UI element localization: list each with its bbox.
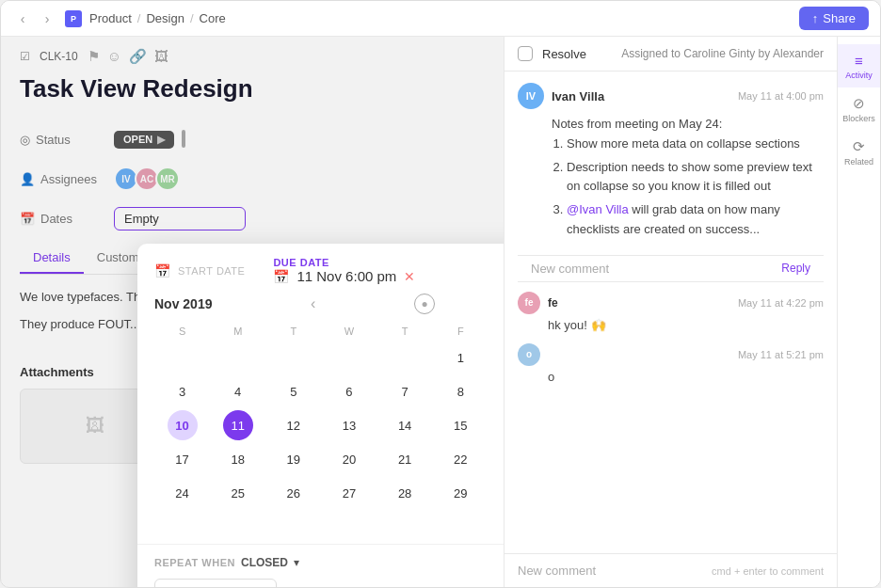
repeat-dropdown-icon: ▾ bbox=[294, 556, 299, 569]
repeat-label: REPEAT WHEN bbox=[154, 557, 235, 568]
clear-due-date-button[interactable]: ✕ bbox=[404, 269, 415, 284]
due-date-text: 11 Nov 6:00 pm bbox=[296, 268, 396, 284]
cal-day-28[interactable]: 28 bbox=[390, 478, 420, 508]
repeat-dropdown-button[interactable]: ▾ bbox=[294, 556, 299, 569]
datepicker-body: Nov 2019 ‹ ● › S M T W T F S bbox=[137, 294, 504, 544]
new-comment-label: New comment bbox=[531, 262, 609, 276]
forward-button[interactable]: › bbox=[37, 8, 57, 29]
cal-day-6[interactable]: 6 bbox=[334, 376, 364, 406]
cal-day-9[interactable]: 9 bbox=[501, 376, 504, 406]
comment-reply-bar: New comment Reply bbox=[518, 255, 824, 282]
avatar-2: fe bbox=[518, 292, 540, 314]
comment-body-3: o bbox=[518, 370, 824, 384]
repeat-freq: Everyday Every week Every month bbox=[154, 579, 504, 587]
left-panel: ☑ CLK-10 ⚑ ☺ 🔗 🖼 Task View Redesign ◎ bbox=[1, 37, 504, 587]
cal-day-24[interactable]: 24 bbox=[168, 478, 198, 508]
cal-day-5[interactable]: 5 bbox=[279, 376, 309, 406]
comment-body-2: hk you! 🙌 bbox=[518, 318, 824, 332]
datepicker-modal: 📅 START DATE DUE DATE 📅 11 Nov 6:00 pm ✕ bbox=[137, 244, 504, 587]
breadcrumb-design[interactable]: Design bbox=[146, 11, 184, 25]
reply-button[interactable]: Reply bbox=[781, 262, 810, 275]
cal-day-21[interactable]: 21 bbox=[390, 444, 420, 474]
cal-day-15[interactable]: 15 bbox=[445, 410, 475, 440]
product-icon: P bbox=[65, 10, 82, 27]
today-button[interactable]: ● bbox=[414, 294, 435, 314]
start-date-label: START DATE bbox=[178, 265, 245, 277]
cal-day-19[interactable]: 19 bbox=[279, 444, 309, 474]
main-comment: IV Ivan Villa May 11 at 4:00 pm Notes fr… bbox=[518, 83, 824, 240]
comment-time-2: May 11 at 4:22 pm bbox=[738, 297, 824, 309]
calendar-header: Nov 2019 ‹ ● › bbox=[154, 294, 504, 314]
comment-body-1: Notes from meeting on May 24: Show more … bbox=[518, 115, 824, 240]
titlebar: ‹ › P Product / Design / Core ↑ Share bbox=[1, 1, 880, 37]
sidebar-icons: ≡ Activity ⊘ Blockers ⟳ Related bbox=[837, 37, 880, 587]
cal-day-2[interactable]: 2 bbox=[501, 342, 504, 373]
frequency-select[interactable]: Everyday Every week Every month bbox=[154, 579, 277, 587]
cal-day-22[interactable]: 22 bbox=[445, 444, 475, 474]
comment-3: o May 11 at 5:21 pm o bbox=[518, 343, 824, 384]
activity-label: Activity bbox=[845, 71, 873, 80]
resolve-checkbox[interactable] bbox=[518, 46, 533, 61]
back-button[interactable]: ‹ bbox=[12, 8, 33, 29]
cal-day-17[interactable]: 17 bbox=[168, 444, 198, 474]
cal-day-20[interactable]: 20 bbox=[334, 444, 364, 474]
cal-day-31[interactable]: 31 bbox=[501, 512, 504, 542]
comment-author-1: Ivan Villa bbox=[552, 89, 604, 103]
cal-day-8[interactable]: 8 bbox=[445, 376, 475, 406]
calendar-month: Nov 2019 bbox=[154, 296, 212, 311]
cal-day-18[interactable]: 18 bbox=[223, 444, 253, 474]
cal-day-26[interactable]: 26 bbox=[279, 478, 309, 508]
prev-month-button[interactable]: ‹ bbox=[305, 294, 321, 314]
breadcrumb: Product / Design / Core bbox=[89, 11, 226, 25]
cal-day-14[interactable]: 14 bbox=[390, 410, 420, 440]
resolve-bar: Resolve Assigned to Caroline Ginty by Al… bbox=[505, 37, 837, 72]
list-item-2: Description needs to show some preview t… bbox=[567, 158, 824, 198]
datepicker-top: 📅 START DATE DUE DATE 📅 11 Nov 6:00 pm ✕ bbox=[137, 244, 504, 294]
cal-day-7[interactable]: 7 bbox=[390, 376, 420, 406]
calendar-icon-due: 📅 bbox=[273, 269, 289, 284]
blockers-label: Blockers bbox=[842, 114, 875, 123]
right-panel: Resolve Assigned to Caroline Ginty by Al… bbox=[504, 37, 880, 587]
comment-header-1: IV Ivan Villa May 11 at 4:00 pm bbox=[518, 83, 824, 109]
mention-ivan: @Ivan Villa bbox=[567, 202, 629, 216]
list-item-1: Show more meta data on collapse sections bbox=[567, 135, 824, 154]
cal-day-13[interactable]: 13 bbox=[334, 410, 364, 440]
cal-day-1[interactable]: 1 bbox=[445, 342, 475, 373]
nav-buttons: ‹ › bbox=[12, 8, 57, 29]
sidebar-item-blockers[interactable]: ⊘ Blockers bbox=[838, 87, 881, 131]
related-label: Related bbox=[844, 157, 873, 167]
cal-day-29[interactable]: 29 bbox=[445, 478, 475, 508]
cal-day-4[interactable]: 4 bbox=[223, 376, 253, 406]
new-comment-input[interactable] bbox=[518, 564, 704, 578]
comment-time-3: May 11 at 5:21 pm bbox=[738, 349, 824, 360]
sidebar-item-activity[interactable]: ≡ Activity bbox=[838, 44, 881, 87]
cal-day-16[interactable]: 16 bbox=[501, 410, 504, 440]
due-date-value: 📅 11 Nov 6:00 pm ✕ bbox=[273, 268, 415, 284]
repeat-header: REPEAT WHEN CLOSED ▾ ··· bbox=[154, 554, 504, 571]
right-panel-inner: Resolve Assigned to Caroline Ginty by Al… bbox=[505, 37, 880, 587]
titlebar-right: ↑ Share bbox=[799, 7, 869, 30]
comment-author-2: fe bbox=[548, 296, 558, 310]
breadcrumb-core[interactable]: Core bbox=[200, 11, 226, 25]
cal-day-30[interactable]: 30 bbox=[501, 478, 504, 508]
breadcrumb-product[interactable]: Product bbox=[89, 11, 132, 25]
cal-day-11[interactable]: 11 bbox=[223, 410, 253, 440]
repeat-when: CLOSED bbox=[241, 556, 288, 569]
datepicker-due: DUE DATE 📅 11 Nov 6:00 pm ✕ bbox=[273, 257, 415, 284]
cal-day-12[interactable]: 12 bbox=[279, 410, 309, 440]
activity-icon: ≡ bbox=[855, 53, 863, 69]
cal-day-27[interactable]: 27 bbox=[334, 478, 364, 508]
datepicker-repeat: REPEAT WHEN CLOSED ▾ ··· Everyday Every … bbox=[137, 544, 504, 587]
cal-day-25[interactable]: 25 bbox=[223, 478, 253, 508]
cal-day-10[interactable]: 10 bbox=[168, 410, 198, 440]
blockers-icon: ⊘ bbox=[853, 95, 865, 112]
sidebar-item-related[interactable]: ⟳ Related bbox=[838, 131, 881, 174]
cal-day-3[interactable]: 3 bbox=[168, 376, 198, 406]
share-icon: ↑ bbox=[812, 11, 819, 25]
cmd-hint: cmd + enter to comment bbox=[712, 565, 824, 577]
cal-day-23[interactable]: 23 bbox=[501, 444, 504, 474]
comment-header-2: fe fe May 11 at 4:22 pm bbox=[518, 292, 824, 314]
share-button[interactable]: ↑ Share bbox=[799, 7, 869, 30]
repeat-options: Everyday Every week Every month Includin… bbox=[154, 579, 504, 587]
activity-content: IV Ivan Villa May 11 at 4:00 pm Notes fr… bbox=[505, 72, 837, 553]
